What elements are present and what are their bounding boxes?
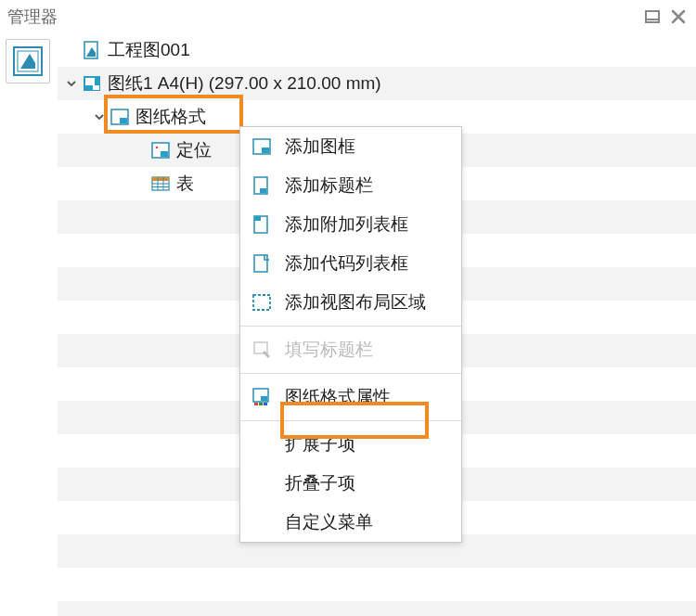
tree-item-drawing[interactable]: 工程图001 bbox=[58, 33, 696, 67]
svg-rect-0 bbox=[646, 11, 659, 22]
svg-rect-22 bbox=[262, 148, 269, 153]
menu-separator bbox=[240, 326, 461, 327]
code-list-icon bbox=[250, 251, 274, 276]
svg-point-14 bbox=[156, 147, 159, 149]
tree-label: 定位 bbox=[176, 138, 212, 162]
blank-icon bbox=[250, 471, 274, 495]
menu-add-titleblock[interactable]: 添加标题栏 bbox=[240, 166, 461, 205]
svg-rect-24 bbox=[260, 188, 266, 193]
menu-label: 添加标题栏 bbox=[285, 173, 373, 198]
tree-label: 图纸格式 bbox=[135, 105, 206, 129]
table-icon bbox=[148, 172, 173, 196]
blank-icon bbox=[250, 510, 274, 534]
menu-label: 添加附加列表框 bbox=[285, 212, 408, 237]
titlebar: 管理器 bbox=[0, 0, 696, 33]
sheet-icon bbox=[80, 71, 104, 96]
view-layout-icon bbox=[250, 290, 274, 314]
menu-label: 图纸格式属性 bbox=[285, 385, 391, 409]
svg-rect-9 bbox=[93, 85, 99, 90]
svg-rect-31 bbox=[261, 396, 267, 401]
svg-rect-32 bbox=[254, 403, 258, 405]
menu-label: 折叠子项 bbox=[285, 471, 355, 495]
svg-rect-13 bbox=[161, 151, 168, 157]
menu-format-props[interactable]: 图纸格式属性 bbox=[240, 378, 461, 417]
menu-label: 扩展子项 bbox=[285, 432, 355, 456]
extra-list-icon bbox=[250, 212, 274, 237]
svg-rect-16 bbox=[152, 177, 169, 181]
svg-rect-34 bbox=[264, 403, 267, 405]
menu-separator bbox=[240, 373, 461, 374]
menu-add-view-layout[interactable]: 添加视图布局区域 bbox=[240, 283, 461, 322]
menu-label: 填写标题栏 bbox=[285, 338, 373, 362]
svg-rect-8 bbox=[85, 78, 95, 85]
menu-expand[interactable]: 扩展子项 bbox=[240, 425, 461, 464]
sheet-format-icon bbox=[108, 105, 132, 129]
menu-separator bbox=[240, 420, 461, 421]
tree-label: 图纸1 A4(H) (297.00 x 210.00 mm) bbox=[108, 71, 381, 96]
tree-label: 表 bbox=[176, 172, 194, 196]
position-icon bbox=[148, 138, 173, 162]
menu-label: 添加视图布局区域 bbox=[285, 290, 426, 314]
panel-body: 工程图001 图纸1 A4(H) (297.00 x 210.00 mm) bbox=[0, 33, 696, 616]
svg-rect-33 bbox=[259, 403, 263, 405]
frame-icon bbox=[250, 135, 274, 159]
close-button[interactable] bbox=[668, 6, 689, 27]
menu-label: 添加图框 bbox=[285, 135, 355, 159]
menu-add-frame[interactable]: 添加图框 bbox=[240, 127, 461, 166]
svg-rect-11 bbox=[120, 118, 127, 123]
minimize-button[interactable] bbox=[642, 6, 663, 27]
tree-item-sheet[interactable]: 图纸1 A4(H) (297.00 x 210.00 mm) bbox=[58, 67, 696, 100]
menu-label: 自定义菜单 bbox=[285, 510, 373, 534]
fill-titleblock-icon bbox=[250, 338, 274, 362]
panel-title: 管理器 bbox=[7, 6, 637, 28]
drawing-doc-icon bbox=[80, 38, 104, 62]
context-menu: 添加图框 添加标题栏 添加附加列表框 添加代码列表框 bbox=[239, 126, 462, 543]
svg-rect-27 bbox=[254, 255, 267, 272]
menu-label: 添加代码列表框 bbox=[285, 251, 408, 276]
menu-custom[interactable]: 自定义菜单 bbox=[240, 503, 461, 542]
blank-icon bbox=[250, 432, 274, 456]
menu-fill-titleblock: 填写标题栏 bbox=[240, 330, 461, 369]
titleblock-icon bbox=[250, 173, 274, 198]
format-props-icon bbox=[250, 385, 274, 409]
menu-collapse[interactable]: 折叠子项 bbox=[240, 464, 461, 503]
svg-rect-28 bbox=[253, 295, 270, 310]
svg-rect-26 bbox=[254, 216, 261, 221]
tree-label: 工程图001 bbox=[108, 38, 190, 62]
menu-add-extra-list[interactable]: 添加附加列表框 bbox=[240, 205, 461, 244]
expand-toggle[interactable] bbox=[63, 78, 80, 89]
manager-panel: 管理器 bbox=[0, 0, 696, 616]
drawing-big-icon[interactable] bbox=[6, 39, 50, 83]
menu-add-code-list[interactable]: 添加代码列表框 bbox=[240, 244, 461, 283]
expand-toggle[interactable] bbox=[91, 111, 108, 122]
